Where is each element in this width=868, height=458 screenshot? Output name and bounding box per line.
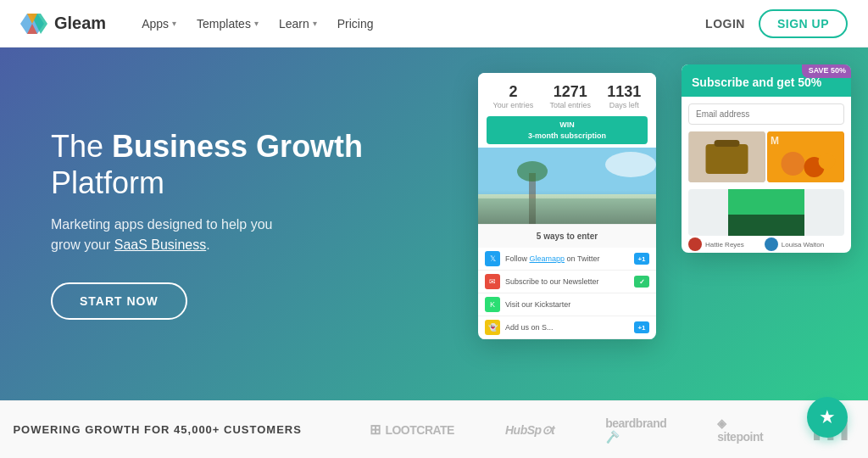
nav-apps[interactable]: Apps ▾ [133,12,185,36]
start-now-button[interactable]: START NOW [51,282,187,320]
entry-badge-check: ✓ [634,276,649,288]
bottom-bar: POWERING GROWTH FOR 45,000+ CUSTOMERS ⊞ … [0,400,868,458]
powering-growth-label: POWERING GROWTH FOR 45,000+ CUSTOMERS [13,423,302,436]
subscribe-header: SAVE 50% Subscribe and get 50% [682,64,851,97]
kickstarter-icon: K [485,297,500,312]
photo-grid: M [682,131,851,189]
win-badge: WIN 3-month subscription [487,116,648,144]
photo-3 [688,189,844,236]
hero-section: The Business Growth Platform Marketing a… [0,47,868,400]
star-icon: ★ [819,406,836,428]
svg-rect-11 [706,144,748,174]
brand-lootcrate: ⊞ LOOTCRATE [370,422,454,438]
lootcrate-icon: ⊞ [370,422,381,438]
nav-learn[interactable]: Learn ▾ [270,12,326,36]
svg-point-14 [782,152,805,176]
email-input[interactable] [688,103,844,125]
brand-sitepoint: ◈ sitepoint [717,416,763,444]
nav-templates[interactable]: Templates ▾ [188,12,267,36]
image-overlay [478,190,656,224]
brand-hubspot: HubSp⊙t [505,423,554,437]
logo[interactable]: Gleam [20,10,106,37]
chevron-down-icon: ▾ [313,19,317,28]
svg-point-6 [605,152,656,177]
stat-days-left: 1131 Days left [607,83,641,109]
login-button[interactable]: LOGIN [705,17,745,31]
subscribe-card: SAVE 50% Subscribe and get 50% M [682,64,851,253]
stat-total-entries: 1271 Total entries [550,83,592,109]
photo-1 [688,131,765,182]
save-badge: SAVE 50% [802,64,851,78]
nav-links: Apps ▾ Templates ▾ Learn ▾ Pricing [133,12,705,36]
svg-rect-12 [715,140,740,147]
signup-button[interactable]: SIGN UP [759,9,848,38]
saas-link[interactable]: SaaS Business [114,237,207,252]
hero-title: The Business Growth Platform [51,128,373,201]
snapchat-icon: 👻 [485,320,500,335]
fab-button[interactable]: ★ [807,397,848,438]
hero-subtitle: Marketing apps designed to help yougrow … [51,215,373,255]
contest-image [478,148,656,224]
entry-email[interactable]: ✉ Subscribe to our Newsletter ✓ [478,271,656,293]
entry-badge-2: +1 [634,321,649,333]
photo-2: M [767,131,844,182]
entry-badge: +1 [634,253,649,265]
nav-pricing[interactable]: Pricing [329,12,382,36]
navbar: Gleam Apps ▾ Templates ▾ Learn ▾ Pricing… [0,0,868,47]
contest-stats: 2 Your entries 1271 Total entries 1131 D… [478,73,656,116]
svg-point-8 [517,161,548,182]
svg-rect-19 [728,215,804,236]
mockup-area: 2 Your entries 1271 Total entries 1131 D… [444,47,868,400]
entry-twitter[interactable]: 𝕏 Follow Gleamapp on Twitter +1 [478,248,656,271]
user-avatar-1 [688,237,702,251]
nav-right: LOGIN SIGN UP [705,9,848,38]
email-icon: ✉ [485,274,500,289]
svg-point-16 [819,153,836,170]
user-avatar-2 [765,237,778,251]
entry-snapchat[interactable]: 👻 Add us on S... +1 [478,316,656,339]
stat-your-entries: 2 Your entries [493,83,534,109]
ways-to-enter-label: 5 ways to enter [478,224,656,248]
chevron-down-icon: ▾ [172,19,176,28]
gleam-logo-icon [20,10,47,37]
chevron-down-icon: ▾ [254,19,259,28]
contest-card: 2 Your entries 1271 Total entries 1131 D… [478,73,656,339]
hero-content: The Business Growth Platform Marketing a… [0,128,424,320]
twitter-icon: 𝕏 [485,251,500,266]
svg-rect-18 [728,189,804,215]
brand-beardbrand: beardbrand 🪒 [605,416,666,444]
entry-kickstarter[interactable]: K Visit our Kickstarter [478,293,656,316]
user-row-1: Hattie Reyes Louisa Walton [682,236,851,253]
brand-name: Gleam [54,14,106,33]
